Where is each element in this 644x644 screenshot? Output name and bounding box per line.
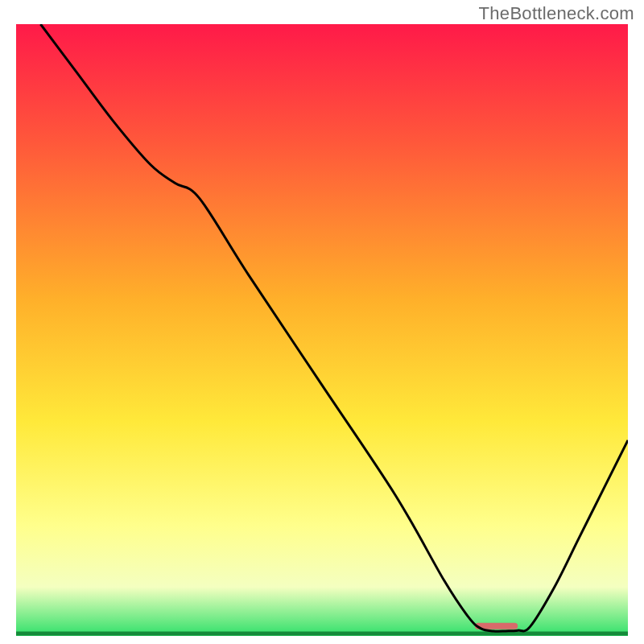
chart-plot-area <box>16 24 628 636</box>
watermark-text: TheBottleneck.com <box>479 3 634 24</box>
chart-svg <box>16 24 628 636</box>
